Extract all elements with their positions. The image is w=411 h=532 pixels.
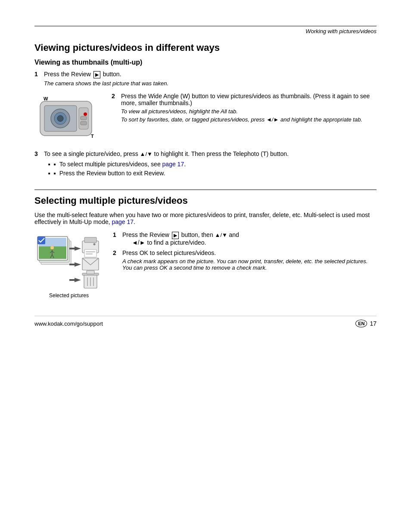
selected-pictures-label: Selected pictures bbox=[49, 292, 89, 299]
svg-point-8 bbox=[84, 112, 87, 116]
select-steps-area: 1 Press the Review ▶ button, then ▲/▼ an… bbox=[113, 231, 377, 274]
bullet-1-icon: ■ bbox=[54, 162, 56, 166]
section1-title: Viewing pictures/videos in different way… bbox=[34, 42, 377, 53]
subsection-title: Viewing as thumbnails (multi-up) bbox=[34, 59, 377, 66]
select-review-icon: ▶ bbox=[172, 232, 179, 239]
svg-rect-25 bbox=[69, 248, 75, 249]
select-step2-content: Press OK to select pictures/videos. A ch… bbox=[122, 249, 377, 271]
svg-rect-29 bbox=[86, 251, 95, 252]
select-step1-num: 1 bbox=[113, 231, 122, 238]
bullet-2-icon: ■ bbox=[54, 171, 56, 175]
footer-url: www.kodak.com/go/support bbox=[34, 320, 103, 327]
camera-step2-block: W T 2 Press the Wide Angle (W) button to… bbox=[34, 93, 377, 144]
selected-pics-area: Selected pictures bbox=[34, 231, 103, 299]
svg-rect-36 bbox=[69, 279, 75, 281]
step1-content: Press the Review ▶ button. The camera sh… bbox=[44, 71, 377, 87]
arrow-leftright-note: ◄/► bbox=[266, 116, 280, 123]
svg-rect-33 bbox=[69, 264, 75, 265]
bullet-1-link[interactable]: page 17 bbox=[162, 161, 184, 168]
step2-note1: To view all pictures/videos, highlight t… bbox=[121, 108, 377, 115]
step3-text2: to highlight it. Then press the Telephot… bbox=[154, 150, 289, 157]
bullet-1-text: To select multiple pictures/videos, see … bbox=[59, 161, 186, 168]
select-step1-content: Press the Review ▶ button, then ▲/▼ and … bbox=[122, 231, 377, 246]
header-section-label: Working with pictures/videos bbox=[34, 28, 377, 34]
bullet-2-text: Press the Review button to exit Review. bbox=[59, 170, 165, 177]
svg-marker-24 bbox=[75, 246, 81, 251]
svg-point-17 bbox=[50, 246, 54, 249]
step2-content: Press the Wide Angle (W) button to view … bbox=[121, 93, 377, 123]
svg-rect-27 bbox=[84, 237, 97, 243]
page: Working with pictures/videos Viewing pic… bbox=[0, 0, 411, 532]
svg-rect-30 bbox=[86, 253, 93, 255]
step3-content: To see a single picture/video, press ▲/▼… bbox=[44, 150, 377, 180]
select-step2: 2 Press OK to select pictures/videos. A … bbox=[113, 249, 377, 271]
selected-pictures-illustration bbox=[36, 231, 103, 292]
svg-marker-35 bbox=[75, 278, 81, 282]
select-arrow-updown: ▲/▼ bbox=[215, 232, 229, 238]
step1-block: 1 Press the Review ▶ button. The camera … bbox=[34, 71, 377, 87]
section2-divider bbox=[34, 190, 377, 190]
step3-text: To see a single picture/video, press bbox=[44, 150, 138, 157]
bullet-1: ■ To select multiple pictures/videos, se… bbox=[48, 161, 377, 168]
multi-select-block: Selected pictures 1 Press the Review ▶ b… bbox=[34, 231, 377, 299]
svg-rect-10 bbox=[81, 121, 87, 125]
svg-point-4 bbox=[57, 115, 63, 121]
step2-right-col: 2 Press the Wide Angle (W) button to vie… bbox=[112, 93, 377, 123]
step1-text: Press the Review bbox=[44, 71, 91, 78]
footer: www.kodak.com/go/support EN 17 bbox=[34, 316, 377, 327]
page-number: 17 bbox=[370, 320, 377, 327]
review-button-icon: ▶ bbox=[93, 71, 100, 78]
step3-block: 3 To see a single picture/video, press ▲… bbox=[34, 150, 377, 180]
select-step1: 1 Press the Review ▶ button, then ▲/▼ an… bbox=[113, 231, 377, 246]
header-rule bbox=[34, 26, 377, 26]
step3-number: 3 bbox=[34, 150, 44, 157]
step3-arrow-updown: ▲/▼ bbox=[140, 151, 154, 157]
svg-point-31 bbox=[93, 243, 95, 246]
section2-title: Selecting multiple pictures/videos bbox=[34, 195, 377, 206]
svg-text:T: T bbox=[91, 134, 94, 139]
step2-number: 2 bbox=[112, 93, 121, 100]
select-arrow-leftright: ◄/► bbox=[132, 239, 147, 246]
svg-rect-9 bbox=[81, 116, 87, 120]
footer-page-area: EN 17 bbox=[355, 320, 377, 327]
select-step2-note: A check mark appears on the picture. You… bbox=[122, 258, 377, 271]
camera-image-area: W T bbox=[34, 93, 101, 144]
step1-text2: button. bbox=[103, 71, 121, 78]
step3-bullets: ■ To select multiple pictures/videos, se… bbox=[48, 161, 377, 177]
section2-intro-link[interactable]: page 17 bbox=[112, 218, 134, 225]
en-badge: EN bbox=[355, 320, 367, 327]
svg-text:W: W bbox=[44, 96, 48, 101]
svg-marker-32 bbox=[75, 262, 81, 267]
section2-intro: Use the multi-select feature when you ha… bbox=[34, 212, 377, 225]
bullet-2: ■ Press the Review button to exit Review… bbox=[48, 170, 377, 177]
step1-number: 1 bbox=[34, 71, 44, 78]
select-step2-num: 2 bbox=[113, 249, 122, 256]
step2-note2: To sort by favorites, date, or tagged pi… bbox=[121, 116, 377, 123]
step1-note: The camera shows the last picture that w… bbox=[44, 80, 377, 87]
svg-rect-39 bbox=[87, 271, 94, 274]
camera-illustration: W T bbox=[36, 93, 100, 144]
step2-text: Press the Wide Angle (W) button to view … bbox=[121, 93, 370, 106]
svg-rect-23 bbox=[37, 236, 45, 244]
